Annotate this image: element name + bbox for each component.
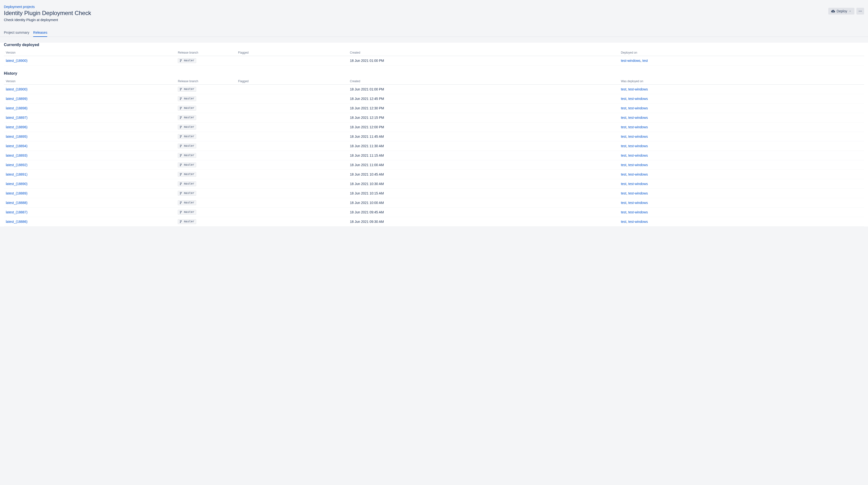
branch-tag[interactable]: master [178,172,196,177]
version-link[interactable]: latest_(18900) [6,59,28,63]
created-cell: 18 Jun 2021 11:00 AM [348,160,619,170]
deployed-separator: , [626,182,628,186]
deployed-link[interactable]: test-windows [628,201,648,205]
branch-tag[interactable]: master [178,191,196,196]
deployed-link[interactable]: test-windows [628,106,648,110]
version-link[interactable]: latest_(18895) [6,135,28,139]
th-created: Created [348,50,619,56]
deployed-link[interactable]: test [621,144,626,148]
version-link[interactable]: latest_(18898) [6,106,28,110]
branch-tag[interactable]: master [178,163,196,167]
version-link[interactable]: latest_(18889) [6,191,28,195]
deployed-cell: test, test-windows [619,170,864,179]
deployed-cell: test, test-windows [619,94,864,104]
table-row: latest_(18890)master18 Jun 2021 10:30 AM… [4,179,864,189]
deployed-cell: test, test-windows [619,217,864,227]
deployed-link[interactable]: test-windows [628,125,648,129]
deployed-link[interactable]: test [621,220,626,224]
deployed-link[interactable]: test [621,163,626,167]
deployed-link[interactable]: test [621,182,626,186]
deployed-link[interactable]: test [621,106,626,110]
deployed-link[interactable]: test-windows [621,59,641,63]
deployed-link[interactable]: test [621,172,626,176]
flagged-cell [236,113,348,122]
created-cell: 18 Jun 2021 09:30 AM [348,217,619,227]
deployed-link[interactable]: test [621,87,626,91]
branch-tag[interactable]: master [178,96,196,101]
tab-project-summary[interactable]: Project summary [4,29,29,37]
deploy-button[interactable]: Deploy [828,8,855,15]
deployed-link[interactable]: test [621,201,626,205]
section-title-currently-deployed: Currently deployed [4,43,864,47]
deployed-link[interactable]: test [642,59,648,63]
version-link[interactable]: latest_(18887) [6,210,28,214]
deployed-link[interactable]: test [621,210,626,214]
deployed-cell: test, test-windows [619,104,864,113]
th-was-deployed-on: Was deployed on [619,78,864,85]
version-link[interactable]: latest_(18893) [6,153,28,158]
deployed-link[interactable]: test [621,97,626,101]
deployed-cell: test, test-windows [619,122,864,132]
table-row: latest_(18887)master18 Jun 2021 09:45 AM… [4,207,864,217]
version-link[interactable]: latest_(18886) [6,220,28,224]
branch-icon [180,192,183,195]
branch-name: master [184,116,194,119]
branch-tag[interactable]: master [178,153,196,158]
deployed-link[interactable]: test-windows [628,116,648,119]
created-cell: 18 Jun 2021 10:15 AM [348,189,619,198]
deployed-link[interactable]: test-windows [628,210,648,214]
created-cell: 18 Jun 2021 01:00 PM [348,56,619,65]
deployed-link[interactable]: test [621,135,626,139]
deployed-link[interactable]: test-windows [628,144,648,148]
deployed-link[interactable]: test [621,125,626,129]
deployed-link[interactable]: test-windows [628,220,648,224]
version-link[interactable]: latest_(18890) [6,182,28,186]
branch-tag[interactable]: master [178,134,196,139]
branch-tag[interactable]: master [178,210,196,215]
version-link[interactable]: latest_(18897) [6,116,28,119]
version-link[interactable]: latest_(18894) [6,144,28,148]
deployed-link[interactable]: test-windows [628,163,648,167]
branch-tag[interactable]: master [178,219,196,224]
deployed-cell: test, test-windows [619,198,864,207]
branch-icon [180,173,183,176]
branch-tag[interactable]: master [178,144,196,148]
version-link[interactable]: latest_(18896) [6,125,28,129]
deployed-cell: test, test-windows [619,132,864,141]
breadcrumb-deployment-projects[interactable]: Deployment projects [4,5,35,9]
version-link[interactable]: latest_(18900) [6,87,28,91]
branch-tag[interactable]: master [178,58,196,63]
branch-icon [180,88,183,91]
branch-tag[interactable]: master [178,115,196,120]
version-link[interactable]: latest_(18892) [6,163,28,167]
deployed-link[interactable]: test-windows [628,153,648,158]
deployed-link[interactable]: test-windows [628,191,648,195]
branch-tag[interactable]: master [178,125,196,130]
branch-name: master [184,182,194,186]
deployed-link[interactable]: test [621,191,626,195]
branch-name: master [184,173,194,176]
branch-tag[interactable]: master [178,200,196,205]
deployed-link[interactable]: test-windows [628,135,648,139]
version-link[interactable]: latest_(18891) [6,172,28,176]
tab-releases[interactable]: Releases [33,29,47,37]
deployed-link[interactable]: test-windows [628,172,648,176]
th-release-branch: Release branch [176,50,236,56]
branch-name: master [184,144,194,148]
version-link[interactable]: latest_(18888) [6,201,28,205]
chevron-down-icon [848,10,851,12]
svg-point-2 [861,11,862,12]
deployed-link[interactable]: test [621,153,626,158]
version-link[interactable]: latest_(18899) [6,97,28,101]
deployed-link[interactable]: test-windows [628,182,648,186]
deployed-link[interactable]: test-windows [628,97,648,101]
branch-tag[interactable]: master [178,87,196,92]
created-cell: 18 Jun 2021 12:15 PM [348,113,619,122]
deploy-button-label: Deploy [837,9,847,13]
more-actions-button[interactable] [857,8,864,15]
deployed-link[interactable]: test-windows [628,87,648,91]
branch-tag[interactable]: master [178,181,196,186]
created-cell: 18 Jun 2021 12:00 PM [348,122,619,132]
deployed-link[interactable]: test [621,116,626,119]
branch-tag[interactable]: master [178,106,196,111]
